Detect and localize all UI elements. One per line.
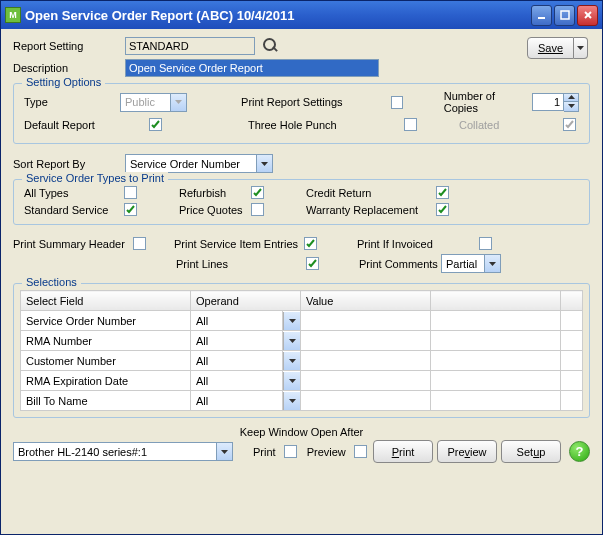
type-value: Public [121, 96, 170, 108]
printer-value: Brother HL-2140 series#:1 [14, 446, 216, 458]
cell-operand[interactable]: All [191, 391, 283, 411]
num-copies-down[interactable] [564, 102, 578, 111]
cell-blank[interactable] [431, 371, 561, 391]
operand-dropdown[interactable] [283, 372, 300, 390]
operand-dropdown[interactable] [283, 352, 300, 370]
sort-report-by-select[interactable]: Service Order Number [125, 154, 273, 173]
col-value[interactable]: Value [301, 291, 431, 311]
cell-field[interactable]: RMA Number [21, 331, 191, 351]
table-row: Customer NumberAll [21, 351, 583, 371]
cell-value[interactable] [301, 331, 431, 351]
standard-service-checkbox[interactable] [124, 203, 137, 216]
print-comments-label: Print Comments [359, 258, 441, 270]
svg-marker-14 [289, 399, 296, 403]
num-copies-input[interactable] [532, 93, 564, 111]
setting-options-legend: Setting Options [22, 76, 105, 88]
save-dropdown-button[interactable] [574, 37, 588, 59]
titlebar: M Open Service Order Report (ABC) 10/4/2… [1, 1, 602, 29]
cell-blank[interactable] [431, 331, 561, 351]
setting-options-group: Setting Options Type Public Print Report… [13, 83, 590, 144]
default-report-checkbox[interactable] [149, 118, 162, 131]
search-icon[interactable] [263, 38, 279, 54]
refurbish-label: Refurbish [179, 187, 251, 199]
collated-checkbox [563, 118, 576, 131]
description-input[interactable]: Open Service Order Report [125, 59, 379, 77]
col-blank[interactable] [431, 291, 561, 311]
cell-operand[interactable]: All [191, 371, 283, 391]
cell-blank2[interactable] [561, 311, 583, 331]
help-button[interactable]: ? [569, 441, 590, 462]
chevron-down-icon[interactable] [256, 155, 272, 172]
col-operand[interactable]: Operand [191, 291, 301, 311]
close-button[interactable] [577, 5, 598, 26]
cell-field[interactable]: RMA Expiration Date [21, 371, 191, 391]
svg-rect-1 [561, 11, 569, 19]
credit-return-checkbox[interactable] [436, 186, 449, 199]
cell-blank2[interactable] [561, 371, 583, 391]
warranty-replacement-checkbox[interactable] [436, 203, 449, 216]
cell-operand[interactable]: All [191, 311, 283, 331]
window: M Open Service Order Report (ABC) 10/4/2… [0, 0, 603, 535]
print-comments-select[interactable]: Partial [441, 254, 501, 273]
print-report-settings-checkbox[interactable] [391, 96, 404, 109]
sort-value: Service Order Number [126, 158, 256, 170]
cell-field[interactable]: Bill To Name [21, 391, 191, 411]
cell-blank[interactable] [431, 351, 561, 371]
window-title: Open Service Order Report (ABC) 10/4/201… [25, 8, 531, 23]
svg-marker-10 [289, 319, 296, 323]
table-row: Bill To NameAll [21, 391, 583, 411]
operand-dropdown[interactable] [283, 332, 300, 350]
cell-value[interactable] [301, 351, 431, 371]
app-icon: M [5, 7, 21, 23]
maximize-button[interactable] [554, 5, 575, 26]
cell-blank[interactable] [431, 391, 561, 411]
selections-legend: Selections [22, 276, 81, 288]
all-types-checkbox[interactable] [124, 186, 137, 199]
three-hole-punch-checkbox[interactable] [404, 118, 417, 131]
col-blank2[interactable] [561, 291, 583, 311]
cell-blank2[interactable] [561, 391, 583, 411]
print-if-invoiced-label: Print If Invoiced [357, 238, 439, 250]
operand-dropdown[interactable] [283, 392, 300, 410]
keep-print-checkbox[interactable] [284, 445, 297, 458]
print-if-invoiced-checkbox[interactable] [479, 237, 492, 250]
minimize-button[interactable] [531, 5, 552, 26]
print-lines-checkbox[interactable] [306, 257, 319, 270]
save-button[interactable]: Save [527, 37, 574, 59]
preview-button[interactable]: Preview [437, 440, 497, 463]
type-select: Public [120, 93, 187, 112]
cell-value[interactable] [301, 391, 431, 411]
cell-operand[interactable]: All [191, 331, 283, 351]
chevron-down-icon[interactable] [216, 443, 232, 460]
chevron-down-icon [170, 94, 186, 111]
cell-value[interactable] [301, 371, 431, 391]
printer-select[interactable]: Brother HL-2140 series#:1 [13, 442, 233, 461]
col-select-field[interactable]: Select Field [21, 291, 191, 311]
print-button[interactable]: Print [373, 440, 433, 463]
sort-report-by-label: Sort Report By [13, 158, 125, 170]
svg-marker-4 [577, 46, 584, 50]
print-summary-header-checkbox[interactable] [133, 237, 146, 250]
price-quotes-checkbox[interactable] [251, 203, 264, 216]
refurbish-checkbox[interactable] [251, 186, 264, 199]
svg-marker-5 [175, 100, 182, 104]
cell-blank2[interactable] [561, 331, 583, 351]
cell-value[interactable] [301, 311, 431, 331]
cell-field[interactable]: Customer Number [21, 351, 191, 371]
cell-blank2[interactable] [561, 351, 583, 371]
setup-button[interactable]: Setup [501, 440, 561, 463]
num-copies-up[interactable] [564, 94, 578, 103]
table-row: Service Order NumberAll [21, 311, 583, 331]
keep-preview-checkbox[interactable] [354, 445, 367, 458]
chevron-down-icon[interactable] [484, 255, 500, 272]
operand-dropdown[interactable] [283, 312, 300, 330]
cell-blank[interactable] [431, 311, 561, 331]
cell-field[interactable]: Service Order Number [21, 311, 191, 331]
standard-service-label: Standard Service [24, 204, 124, 216]
cell-operand[interactable]: All [191, 351, 283, 371]
collated-label: Collated [459, 119, 551, 131]
report-setting-input[interactable] [125, 37, 255, 55]
print-service-item-entries-checkbox[interactable] [304, 237, 317, 250]
description-value: Open Service Order Report [129, 62, 263, 74]
warranty-replacement-label: Warranty Replacement [306, 204, 436, 216]
